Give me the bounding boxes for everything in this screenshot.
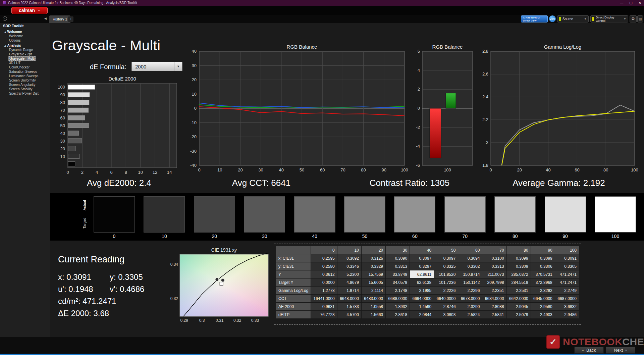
svg-text:80: 80 [60, 100, 65, 105]
tree-group-analysis[interactable]: ◢Analysis [0, 43, 50, 48]
table-cell: 15.6005 [361, 278, 385, 287]
table-cell: 285.0372 [506, 270, 531, 278]
svg-text:100: 100 [444, 167, 451, 172]
svg-text:60: 60 [60, 115, 65, 120]
close-icon[interactable]: ✕ [639, 1, 641, 5]
back-button[interactable]: « Back [574, 347, 604, 354]
table-cell: 0.3313 [386, 262, 410, 270]
sidebar-item-colorchecker[interactable]: ColorChecker [0, 65, 50, 69]
sidebar-item-luminance-sweeps[interactable]: Luminance Sweeps [0, 74, 50, 78]
table-row-label: x: CIE31 [276, 254, 311, 262]
table-cell: 3.0803 [434, 311, 458, 319]
expander-icon: ◢ [4, 45, 6, 47]
measurement-table: 0102030405060708090100x: CIE310.25950.30… [276, 246, 579, 319]
next-button[interactable]: Next » [606, 347, 635, 354]
layout-button[interactable]: ▤ [637, 15, 643, 22]
svg-text:40: 40 [546, 167, 550, 172]
table-cell: 2.9486 [555, 311, 579, 319]
table-cell: 6688.0000 [386, 295, 410, 303]
svg-text:20: 20 [238, 167, 243, 172]
table-row-label: y: CIE31 [276, 262, 311, 270]
de-formula-select[interactable]: 2000 ▼ [131, 62, 182, 71]
table-cell: 0.3099 [531, 254, 555, 262]
gamma-chart: 2.82.62.42.221.8020406080100Gamma Log/Lo… [475, 44, 639, 176]
table-cell: 0.3126 [361, 254, 385, 262]
logo-bar: calman ▼ [0, 6, 644, 15]
svg-text:CIE 1931 xy: CIE 1931 xy [211, 247, 237, 253]
grayscale-swatch-60 [394, 196, 435, 233]
table-cell: 471.2471 [555, 278, 579, 287]
sidebar-item-options[interactable]: Options [0, 38, 50, 43]
svg-text:RGB Balance: RGB Balance [432, 44, 463, 50]
svg-text:40: 40 [192, 49, 197, 54]
display-control-label: Direct Display Control [596, 16, 622, 22]
svg-text:RGB Balance: RGB Balance [287, 44, 317, 50]
table-row-label: CCT [276, 295, 311, 303]
table-cell: 6648.0000 [337, 295, 361, 303]
sidebar-item-spectral-power-dist-[interactable]: Spectral Power Dist. [0, 91, 50, 96]
svg-text:0: 0 [198, 167, 200, 172]
svg-text:100: 100 [58, 85, 65, 90]
sidebar-item-screen-stability[interactable]: Screen Stability [0, 87, 50, 91]
svg-text:8: 8 [125, 170, 127, 175]
svg-text:0: 0 [489, 167, 492, 172]
sidebar-item-screen-uniformity[interactable]: Screen Uniformity [0, 78, 50, 83]
svg-text:2: 2 [81, 170, 84, 175]
sidebar-item-welcome[interactable]: Welcome [0, 34, 50, 38]
svg-text:6: 6 [110, 170, 112, 175]
display-control-dropdown[interactable]: Direct Display Control ▼ [590, 15, 628, 22]
svg-text:10: 10 [192, 92, 197, 97]
table-cell: 0.3100 [482, 254, 506, 262]
table-col-header-70: 70 [482, 246, 506, 254]
table-cell: 2.8618 [386, 311, 410, 319]
tab-history-1[interactable]: History 1 [49, 15, 70, 23]
table-col-header-30: 30 [386, 246, 410, 254]
sidebar-item-saturation-sweeps[interactable]: Saturation Sweeps [0, 69, 50, 74]
chevron-down-icon: ▼ [38, 9, 40, 12]
svg-text:12: 12 [153, 170, 157, 175]
svg-text:-20: -20 [190, 134, 197, 139]
current-reading-title: Current Reading [58, 254, 124, 265]
sidebar-item-grayscale-2pt[interactable]: Grayscale - 2pt [0, 52, 50, 56]
tree-group-welcome[interactable]: ◢Welcome [0, 29, 50, 34]
maximize-icon[interactable]: ▢ [629, 1, 632, 5]
meter-mode: Direct View [523, 19, 546, 22]
sidebar-item-grayscale-multi[interactable]: Grayscale - Multi [8, 56, 36, 61]
minimize-icon[interactable]: — [620, 1, 623, 5]
grayscale-swatch-40 [294, 196, 335, 233]
table-row: CCT16441.00006648.00006483.00006688.0000… [276, 295, 579, 303]
sidebar-collapse-icon[interactable]: ◀ [44, 17, 47, 20]
svg-text:20: 20 [60, 146, 65, 151]
table-cell: 33.8749 [386, 270, 410, 278]
sidebar-item-screen-angularity[interactable]: Screen Angularity [0, 83, 50, 87]
table-cell: 2.9580 [531, 303, 555, 311]
sidebar-item-3d-lut[interactable]: 3D LUT [0, 61, 50, 65]
svg-text:-10: -10 [190, 120, 197, 125]
table-cell: 62.8611 [410, 270, 434, 278]
calman-menu-button[interactable]: calman ▼ [11, 7, 48, 14]
reading-y: y: 0.3305 [110, 272, 143, 282]
table-cell: 2.8746 [434, 303, 458, 311]
table-cell: 2.2296 [458, 287, 482, 295]
table-cell: 0.3306 [531, 262, 555, 270]
table-cell: 2.9045 [506, 303, 531, 311]
svg-text:4: 4 [418, 68, 420, 73]
meter-button[interactable]: X-Rite i1Pro 2 Direct View [521, 15, 548, 22]
svg-text:90: 90 [60, 92, 65, 97]
source-dropdown[interactable]: Source ▼ [557, 15, 589, 22]
meter-status-badge[interactable]: 239 [549, 15, 556, 22]
chevron-left-icon: « [582, 348, 584, 353]
svg-text:60: 60 [320, 167, 325, 172]
table-cell: 284.5519 [506, 278, 531, 287]
table-col-header-100: 100 [555, 246, 579, 254]
sidebar-item-dynamic-range[interactable]: Dynamic Range [0, 48, 50, 52]
svg-text:6: 6 [418, 49, 420, 54]
table-cell: 76.7728 [311, 311, 337, 319]
add-tab-button[interactable]: + [68, 16, 73, 22]
svg-text:-6: -6 [416, 163, 420, 168]
app-icon [3, 1, 6, 4]
settings-button[interactable]: ⚙ [630, 15, 637, 22]
workspace-toggle-icon[interactable]: ◦ [3, 16, 7, 21]
table-cell: 0.3313 [482, 262, 506, 270]
table-cell: 1.5783 [337, 303, 361, 311]
